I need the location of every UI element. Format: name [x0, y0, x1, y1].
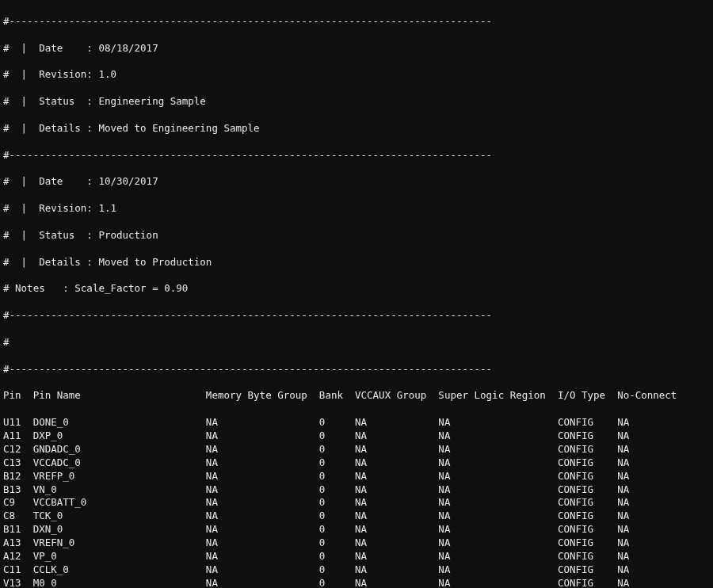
column-header-row: Pin Pin Name Memory Byte Group Bank VCCA…: [3, 389, 710, 403]
pin-row: V13 M0_0 NA 0 NA NA CONFIG NA: [3, 577, 710, 588]
pin-row: B13 VN_0 NA 0 NA NA CONFIG NA: [3, 483, 710, 497]
pin-row: C13 VCCADC_0 NA 0 NA NA CONFIG NA: [3, 456, 710, 470]
rev1-date: # | Date : 10/30/2017: [3, 175, 710, 189]
dash-line: #---------------------------------------…: [3, 149, 710, 162]
rev0-status: # | Status : Engineering Sample: [3, 95, 710, 109]
pin-row: C9 VCCBATT_0 NA 0 NA NA CONFIG NA: [3, 496, 710, 510]
notes-line: # Notes : Scale_Factor = 0.90: [3, 282, 710, 296]
pin-row: C12 GNDADC_0 NA 0 NA NA CONFIG NA: [3, 443, 710, 456]
dash-line: #---------------------------------------…: [3, 363, 710, 376]
pin-row: A13 VREFN_0 NA 0 NA NA CONFIG NA: [3, 536, 710, 550]
pin-row: C11 CCLK_0 NA 0 NA NA CONFIG NA: [3, 563, 710, 577]
pin-row: B12 VREFP_0 NA 0 NA NA CONFIG NA: [3, 470, 710, 483]
terminal-output: #---------------------------------------…: [0, 0, 713, 588]
rev1-revision: # | Revision: 1.1: [3, 202, 710, 216]
dash-line: #---------------------------------------…: [3, 309, 710, 323]
pin-row: B11 DXN_0 NA 0 NA NA CONFIG NA: [3, 523, 710, 536]
rev1-status: # | Status : Production: [3, 229, 710, 242]
pin-row: A12 VP_0 NA 0 NA NA CONFIG NA: [3, 550, 710, 563]
pin-row: C8 TCK_0 NA 0 NA NA CONFIG NA: [3, 510, 710, 523]
rev1-details: # | Details : Moved to Production: [3, 256, 710, 269]
blank-comment: #: [3, 336, 710, 349]
dash-line: #---------------------------------------…: [3, 15, 710, 29]
rev0-date: # | Date : 08/18/2017: [3, 42, 710, 55]
pin-row: U11 DONE_0 NA 0 NA NA CONFIG NA: [3, 416, 710, 430]
rev0-details: # | Details : Moved to Engineering Sampl…: [3, 122, 710, 136]
pin-row: A11 DXP_0 NA 0 NA NA CONFIG NA: [3, 430, 710, 443]
rev0-revision: # | Revision: 1.0: [3, 68, 710, 82]
